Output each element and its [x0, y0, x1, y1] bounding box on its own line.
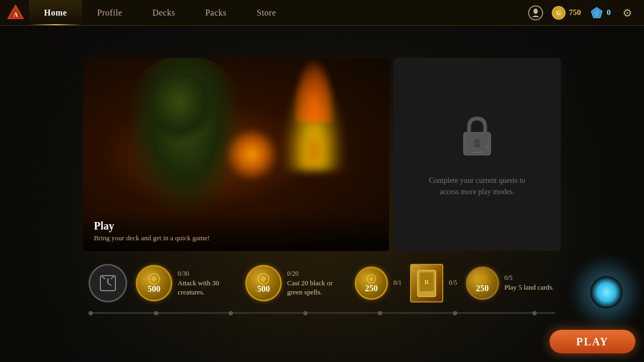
locked-panel-text: Complete your current quests to access m…	[423, 175, 531, 197]
quest-item-2: 500 0/20 Cast 20 black or green spells.	[245, 265, 346, 301]
quest-coin-5: 250	[466, 267, 499, 300]
gold-amount: 750	[569, 8, 581, 17]
play-button[interactable]: PLAY	[550, 330, 635, 353]
svg-line-18	[108, 283, 111, 285]
quest-labels-2: 0/20 Cast 20 black or green spells.	[287, 270, 346, 297]
tab-profile[interactable]: Profile	[82, 0, 137, 25]
progress-dot-4	[378, 311, 382, 315]
svg-line-19	[103, 277, 105, 279]
mtg-symbol-2	[256, 273, 271, 285]
gold-currency[interactable]: G 750	[552, 6, 581, 20]
quest-progress-2: 0/20	[287, 270, 346, 278]
play-panel-title: Play	[94, 220, 378, 232]
goblin-head	[148, 74, 217, 144]
bg-trees-left	[0, 0, 91, 362]
gem-currency[interactable]: 0	[590, 6, 611, 20]
navbar: A Home Profile Decks Packs Store	[0, 0, 644, 26]
pack-card-icon: R	[416, 269, 437, 298]
flame-effect-2	[292, 58, 335, 122]
gold-icon: G	[552, 6, 566, 20]
quest-item-1: 500 0/30 Attack with 30 creatures.	[136, 265, 237, 301]
quest-reward-1: 500	[148, 285, 160, 293]
quest-coin-1: 500	[136, 265, 172, 301]
settings-button[interactable]: ⚙	[619, 5, 635, 21]
quest-labels-5: 0/5 Play 5 land cards.	[504, 274, 554, 292]
nav-logo[interactable]: A	[0, 0, 29, 25]
lock-icon	[456, 112, 499, 166]
quest-reward-5: 250	[476, 284, 489, 293]
quest-labels-4: 0/5	[449, 279, 457, 288]
quest-coin-3: 250	[355, 267, 388, 300]
svg-line-20	[111, 277, 113, 279]
quest-reward-2: 500	[257, 285, 270, 293]
nav-tabs-container: Home Profile Decks Packs Store	[29, 0, 291, 25]
play-button-label: PLAY	[576, 336, 609, 348]
panel-play[interactable]: Play Bring your deck and get in a quick …	[83, 58, 389, 251]
quest-item-3: 250 0/1	[355, 267, 401, 300]
tab-packs[interactable]: Packs	[190, 0, 241, 25]
play-panel-description: Bring your deck and get in a quick game!	[94, 234, 378, 242]
quest-labels-3: 0/1	[393, 279, 401, 288]
panels-container: Play Bring your deck and get in a quick …	[83, 58, 561, 251]
progress-section	[83, 312, 561, 314]
progress-bar-track	[89, 312, 555, 314]
panel-play-overlay: Play Bring your deck and get in a quick …	[83, 211, 389, 251]
mtg-symbol-3	[365, 274, 378, 284]
quest-description-1: Attack with 30 creatures.	[178, 279, 237, 297]
quest-progress-1: 0/30	[178, 270, 237, 278]
quest-progress-3: 0/1	[393, 279, 401, 287]
gem-amount: 0	[607, 8, 611, 17]
mtg-symbol-1	[147, 273, 162, 285]
gem-icon	[590, 6, 604, 20]
tab-home[interactable]: Home	[29, 0, 82, 25]
nav-right: G 750 0 ⚙	[528, 5, 644, 21]
panel-locked: Complete your current quests to access m…	[393, 58, 561, 251]
planeswalker-icon	[528, 5, 543, 20]
quest-description-5: Play 5 land cards.	[504, 283, 554, 292]
svg-text:A: A	[13, 11, 18, 18]
main-content: Play Bring your deck and get in a quick …	[83, 26, 561, 362]
quest-item-5: 250 0/5 Play 5 land cards.	[466, 267, 554, 300]
quest-bar: 500 0/30 Attack with 30 creatures. 500 0…	[83, 264, 561, 302]
tab-store[interactable]: Store	[241, 0, 291, 25]
svg-point-12	[474, 138, 480, 144]
mtg-logo-icon: A	[6, 4, 25, 22]
quest-pack-4: R	[410, 264, 443, 302]
svg-text:R: R	[425, 278, 429, 286]
progress-dot-3	[303, 311, 308, 315]
quest-progress-4: 0/5	[449, 279, 457, 287]
quest-reward-3: 250	[365, 284, 378, 293]
quest-description-2: Cast 20 black or green spells.	[287, 279, 346, 297]
decorative-orb	[590, 276, 623, 308]
bg-trees-right	[553, 0, 644, 362]
quest-progress-5: 0/5	[504, 274, 554, 282]
progress-dot-1	[154, 311, 158, 315]
svg-point-4	[533, 9, 538, 14]
quest-timer	[89, 264, 127, 302]
lock-svg	[456, 112, 499, 160]
mtg-symbol-5	[476, 274, 489, 284]
quest-coin-2: 500	[245, 265, 282, 301]
svg-text:G: G	[557, 10, 561, 16]
tab-decks[interactable]: Decks	[137, 0, 190, 25]
progress-dot-2	[229, 311, 233, 315]
quest-item-4: R 0/5	[410, 264, 457, 302]
quest-labels-1: 0/30 Attack with 30 creatures.	[178, 270, 237, 297]
fireball-glow	[225, 128, 279, 181]
progress-dot-6	[532, 311, 537, 315]
timer-icon	[98, 274, 118, 293]
progress-dot-0	[89, 311, 93, 315]
progress-dot-5	[453, 311, 457, 315]
